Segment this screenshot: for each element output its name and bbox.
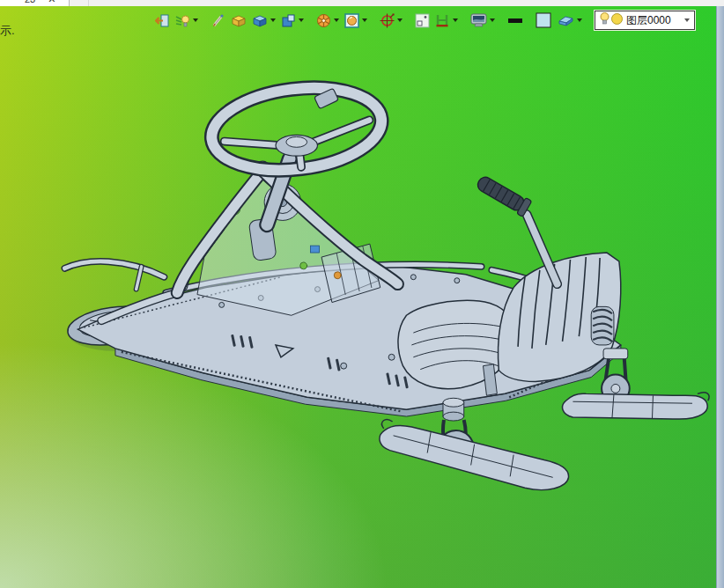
workbench-button[interactable] [435,13,458,28]
orange-wheel-icon [316,13,331,28]
line-width-icon [507,13,523,28]
dropdown-arrow-icon[interactable] [334,18,339,22]
dropdown-arrow-icon[interactable] [299,18,304,22]
layer-visibility-bulb-icon [599,11,610,29]
workbench-icon [435,13,450,28]
dropdown-arrow-icon[interactable] [397,18,403,22]
line-width-button[interactable] [507,13,523,28]
tab-close-icon[interactable]: ✕ [48,0,55,5]
brush-icon [211,13,225,28]
sphere-box-icon [344,13,359,28]
dropdown-arrow-icon[interactable] [362,18,367,22]
brush-button[interactable] [211,13,225,28]
viewport-canvas[interactable] [0,6,717,588]
status-prompt-fragment: 示. [0,23,15,39]
document-tab-label: 23 [25,0,35,4]
yellow-box-icon [231,13,247,28]
render-display-button[interactable] [470,13,495,28]
color-swatch-button[interactable] [536,12,551,28]
segment-wheel-button[interactable] [316,13,339,28]
cube-button[interactable] [252,13,276,28]
tab-bar: 23 ✕ [0,0,724,6]
suspension-spring[interactable] [591,306,614,345]
point-icon [415,13,430,28]
dropdown-arrow-icon[interactable] [453,18,458,22]
sphere-in-box-button[interactable] [344,13,367,28]
eraser-icon [557,13,574,28]
layer-selector[interactable]: 图层0000 [595,11,695,30]
dropdown-arrow-icon[interactable] [270,18,276,22]
dropdown-arrow-icon[interactable] [577,18,582,22]
tab-separator [88,0,89,6]
right-ski[interactable] [563,393,709,419]
layer-selector-value: 图层0000 [626,13,682,28]
color-swatch-icon [536,12,551,28]
point-button[interactable] [415,13,430,28]
bulb-rays-icon [175,13,190,28]
eraser-button[interactable] [557,13,582,28]
boolean-button[interactable] [281,13,304,28]
target-icon [380,13,395,28]
steering-wheel[interactable] [207,79,387,180]
dropdown-arrow-icon[interactable] [193,18,198,22]
exit-sketch-button[interactable] [155,13,170,28]
layer-color-icon [610,12,624,29]
exit-icon [155,13,170,28]
hand-lever[interactable] [475,173,558,284]
main-toolbar: 图层0000 [155,11,695,30]
monitor-icon [470,13,487,28]
model-3d-view[interactable] [0,6,717,588]
blue-cube-icon [252,13,268,28]
document-tab[interactable]: 23 ✕ [0,0,70,6]
dropdown-arrow-icon[interactable] [684,18,690,22]
dropdown-arrow-icon[interactable] [490,18,495,22]
show-hide-button[interactable] [175,13,198,28]
datum-target-button[interactable] [380,13,403,28]
solid-box-button[interactable] [231,13,247,28]
center-ski[interactable] [380,420,569,490]
scrollbar-vertical[interactable] [716,6,724,588]
overlap-squares-icon [281,13,296,28]
